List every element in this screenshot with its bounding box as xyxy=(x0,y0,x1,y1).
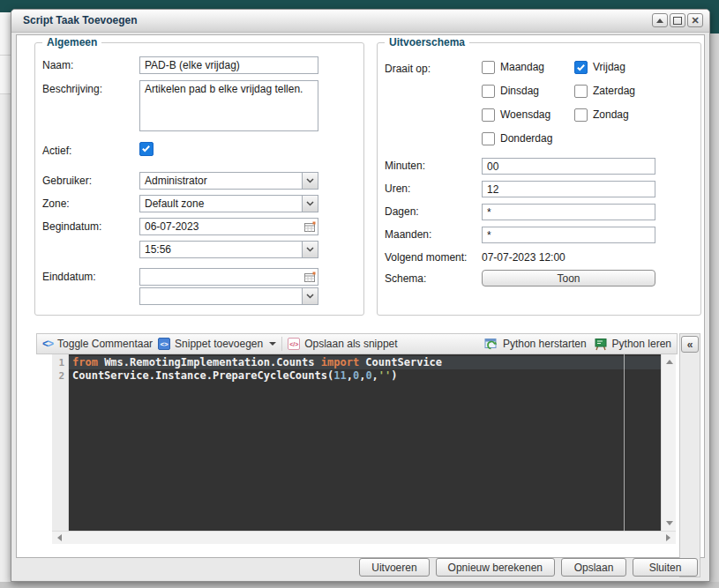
einddatum-date-field[interactable] xyxy=(139,268,318,286)
begindatum-time-select[interactable]: 15:56 xyxy=(139,241,318,258)
calendar-icon[interactable] xyxy=(302,269,318,285)
dialog-script-taak-toevoegen: Script Taak Toevoegen ✕ Algemeen Naam: B… xyxy=(11,9,710,582)
checkbox-icon[interactable] xyxy=(482,61,495,74)
collapse-icon xyxy=(656,19,663,23)
actief-checkbox[interactable] xyxy=(139,142,154,156)
chevron-down-icon[interactable] xyxy=(302,242,318,257)
checkbox-vrijdag[interactable]: Vrijdag xyxy=(574,60,625,74)
editor-toolbar: <> Toggle Commentaar <> Snippet toevoege… xyxy=(36,333,678,354)
day-label: Vrijdag xyxy=(593,61,625,73)
day-label: Woensdag xyxy=(500,108,550,121)
close-window-button[interactable]: ✕ xyxy=(687,13,703,27)
snippet-save-icon: </> xyxy=(288,338,300,350)
minuten-label: Minuten: xyxy=(385,160,425,172)
line-number: 1 xyxy=(52,356,68,369)
screen: Script Taak Toevoegen ✕ Algemeen Naam: B… xyxy=(0,0,719,588)
day-label: Dinsdag xyxy=(500,85,539,97)
python-herstarten-button[interactable]: Python herstarten xyxy=(484,338,587,351)
editor-vertical-scrollbar[interactable] xyxy=(661,354,676,531)
uren-input[interactable] xyxy=(482,181,655,197)
fieldset-uitvoerschema-legend: Uitvoerschema xyxy=(385,36,469,48)
opslaan-als-snippet-button[interactable]: </> Opslaan als snippet xyxy=(288,338,397,350)
toolbar-separator xyxy=(281,337,282,351)
day-label: Zaterdag xyxy=(593,85,635,97)
beschrijving-textarea[interactable]: Artikelen pad b elke vrijdag tellen. xyxy=(139,80,318,131)
schema-label: Schema: xyxy=(385,272,426,285)
dialog-footer: UitvoerenOpnieuw berekenenOpslaanSluiten xyxy=(359,558,698,577)
scroll-up-icon[interactable] xyxy=(666,360,673,364)
scroll-right-icon[interactable] xyxy=(666,534,670,541)
toggle-comment-icon: <> xyxy=(42,338,53,350)
dialog-titlebar[interactable]: Script Taak Toevoegen ✕ xyxy=(11,10,709,33)
close-icon: ✕ xyxy=(691,16,699,26)
fieldset-uitvoerschema: Uitvoerschema Draait op: MaandagDinsdagW… xyxy=(377,42,701,316)
fieldset-algemeen-legend: Algemeen xyxy=(42,36,101,48)
maanden-input[interactable] xyxy=(482,227,655,243)
checkbox-zondag[interactable]: Zondag xyxy=(574,108,629,122)
checkbox-woensdag[interactable]: Woensdag xyxy=(482,108,550,122)
code-line: from Wms.RemotingImplementation.Counts i… xyxy=(72,356,661,369)
gebruiker-select[interactable]: Administrator xyxy=(139,172,318,190)
day-label: Donderdag xyxy=(500,132,552,145)
sluiten-button[interactable]: Sluiten xyxy=(633,558,698,577)
checkbox-icon[interactable] xyxy=(482,132,495,145)
uitvoeren-button[interactable]: Uitvoeren xyxy=(359,558,429,577)
einddatum-time-select[interactable] xyxy=(139,287,318,305)
dagen-label: Dagen: xyxy=(385,205,419,218)
toggle-commentaar-button[interactable]: <> Toggle Commentaar xyxy=(42,338,153,350)
calendar-icon[interactable] xyxy=(302,219,318,234)
uren-label: Uren: xyxy=(385,182,410,195)
minuten-input[interactable] xyxy=(482,158,655,175)
snippet-toevoegen-button[interactable]: <> Snippet toevoegen xyxy=(158,338,276,350)
naam-label: Naam: xyxy=(42,59,73,71)
chevron-down-icon[interactable] xyxy=(302,288,318,304)
einddatum-label: Einddatum: xyxy=(42,271,96,283)
expand-panel-button[interactable]: « xyxy=(681,336,699,353)
snippet-add-icon: <> xyxy=(158,338,170,350)
editor-horizontal-scrollbar[interactable] xyxy=(52,531,676,544)
checkbox-icon[interactable] xyxy=(574,108,588,122)
checkbox-icon[interactable] xyxy=(574,85,588,98)
begindatum-label: Begindatum: xyxy=(42,220,101,233)
begindatum-date-field[interactable] xyxy=(139,218,318,235)
gebruiker-label: Gebruiker: xyxy=(42,175,92,187)
collapse-window-button[interactable] xyxy=(652,13,668,27)
scroll-down-icon[interactable] xyxy=(666,521,673,525)
fieldset-algemeen: Algemeen Naam: Beschrijving: Artikelen p… xyxy=(34,42,364,316)
python-restart-icon xyxy=(484,338,498,351)
chevron-down-icon[interactable] xyxy=(302,173,318,189)
dagen-input[interactable] xyxy=(482,204,655,220)
einddatum-date-input[interactable] xyxy=(140,271,302,283)
chevron-down-icon[interactable] xyxy=(302,196,318,212)
snippet-panel-collapsed: « xyxy=(679,333,700,577)
python-learn-icon xyxy=(594,338,608,351)
scroll-left-icon[interactable] xyxy=(57,534,62,541)
zone-select[interactable]: Default zone xyxy=(139,195,318,212)
beschrijving-label: Beschrijving: xyxy=(42,83,102,95)
code-editor[interactable]: from Wms.RemotingImplementation.Counts i… xyxy=(69,354,661,531)
editor-line-numbers: 12 xyxy=(52,354,69,531)
dropdown-caret-icon xyxy=(269,342,276,346)
day-label: Maandag xyxy=(500,61,544,73)
checkbox-icon[interactable] xyxy=(574,61,588,74)
dialog-content: Algemeen Naam: Beschrijving: Artikelen p… xyxy=(16,34,705,558)
naam-input[interactable] xyxy=(139,56,318,74)
checkbox-maandag[interactable]: Maandag xyxy=(482,60,544,74)
checkbox-dinsdag[interactable]: Dinsdag xyxy=(482,84,539,98)
line-number: 2 xyxy=(52,369,68,383)
checkbox-icon[interactable] xyxy=(482,108,495,122)
draait-op-label: Draait op: xyxy=(385,63,431,75)
dialog-title: Script Taak Toevoegen xyxy=(23,14,138,26)
python-leren-button[interactable]: Python leren xyxy=(594,338,671,351)
volgend-moment-value: 07-07-2023 12:00 xyxy=(482,251,565,264)
checkbox-donderdag[interactable]: Donderdag xyxy=(482,131,552,145)
checkbox-icon[interactable] xyxy=(482,85,495,98)
checkbox-zaterdag[interactable]: Zaterdag xyxy=(574,84,635,98)
opnieuw-berekenen-button[interactable]: Opnieuw berekenen xyxy=(436,558,555,577)
toon-button[interactable]: Toon xyxy=(482,270,655,287)
volgend-moment-label: Volgend moment: xyxy=(385,251,467,264)
maximize-window-button[interactable] xyxy=(670,13,685,27)
opslaan-button[interactable]: Opslaan xyxy=(561,558,626,577)
day-label: Zondag xyxy=(593,108,629,121)
begindatum-date-input[interactable] xyxy=(140,220,302,233)
